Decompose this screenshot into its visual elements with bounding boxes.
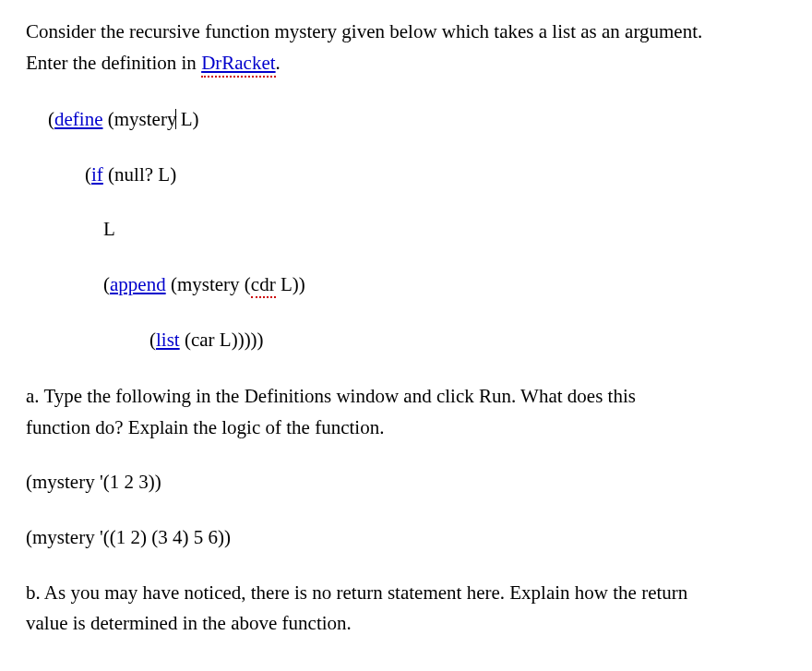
question-b: b. As you may have noticed, there is no … — [26, 578, 786, 640]
code-text: (null? L) — [103, 163, 176, 186]
code-line-5: (list (car L))))) — [149, 325, 786, 356]
question-b-line1: b. As you may have noticed, there is no … — [26, 581, 687, 604]
intro-line1: Consider the recursive function mystery … — [26, 20, 702, 42]
code-text: (mystery — [102, 108, 176, 130]
keyword-if: if — [91, 163, 103, 186]
paren: ( — [85, 163, 91, 186]
keyword-append: append — [110, 273, 166, 295]
code-line-2: (if (null? L) — [85, 160, 786, 191]
intro-line2-part2: . — [276, 52, 281, 74]
expression-1: (mystery '(1 2 3)) — [26, 467, 786, 498]
question-a-line1: a. Type the following in the Definitions… — [26, 385, 636, 407]
question-a-line2: function do? Explain the logic of the fu… — [26, 416, 384, 438]
code-line-4: (append (mystery (cdr L)) — [103, 270, 786, 301]
expression-2: (mystery '((1 2) (3 4) 5 6)) — [26, 522, 786, 554]
code-text: (car L))))) — [180, 329, 264, 351]
intro-line2-part1: Enter the definition in — [26, 52, 201, 74]
keyword-list: list — [156, 329, 180, 351]
question-a: a. Type the following in the Definitions… — [26, 381, 786, 443]
paren: ( — [103, 273, 110, 295]
intro-paragraph: Consider the recursive function mystery … — [26, 17, 786, 78]
code-block: (define (mystery L) (if (null? L) L (app… — [48, 104, 786, 355]
paren: ( — [149, 329, 156, 351]
keyword-cdr: cdr — [251, 273, 276, 298]
question-b-line2: value is determined in the above functio… — [26, 612, 352, 634]
code-text: (mystery ( — [166, 273, 251, 295]
code-text: L)) — [276, 273, 305, 295]
paren: ( — [48, 108, 54, 130]
text-cursor — [175, 109, 176, 129]
code-line-1: (define (mystery L) — [48, 104, 786, 136]
intro-drracket: DrRacket — [201, 52, 275, 78]
code-line-3: L — [103, 214, 786, 246]
code-text: L) — [175, 108, 198, 130]
code-text: L — [103, 218, 115, 240]
keyword-define: define — [54, 108, 102, 130]
